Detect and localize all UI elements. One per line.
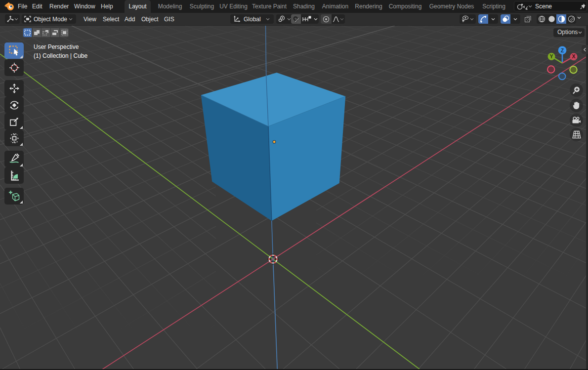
svg-text:X: X bbox=[572, 53, 575, 59]
svg-text:Z: Z bbox=[561, 48, 564, 53]
svg-text:Y: Y bbox=[549, 53, 553, 59]
